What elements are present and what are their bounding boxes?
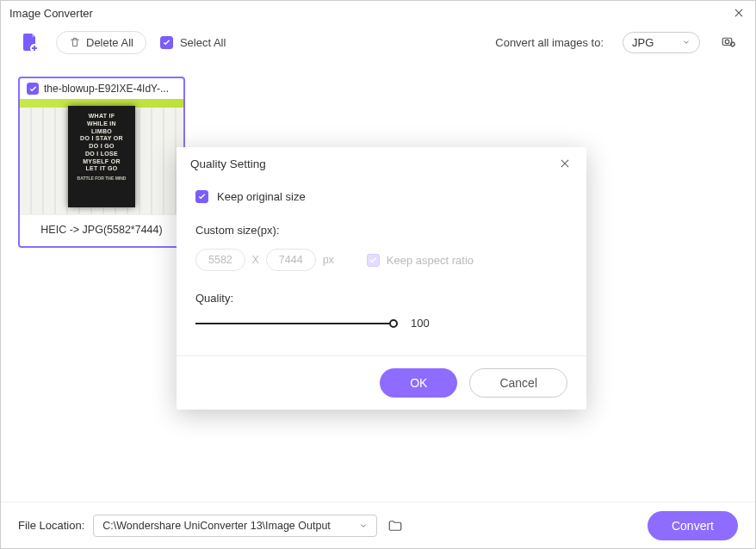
checkbox-icon xyxy=(160,36,173,49)
window-title: Image Converter xyxy=(9,7,731,20)
ok-button[interactable]: OK xyxy=(380,368,457,398)
camera-gear-icon xyxy=(721,34,736,49)
convert-all-label: Convert all images to: xyxy=(495,36,604,49)
quality-value: 100 xyxy=(411,317,430,330)
close-icon xyxy=(733,7,745,19)
delete-all-button[interactable]: Delete All xyxy=(56,31,146,54)
window-titlebar: Image Converter xyxy=(1,1,755,25)
keep-original-label: Keep original size xyxy=(217,190,306,203)
poster-line: BATTLE FOR THE MIND xyxy=(71,176,132,181)
poster-line: DO I STAY OR xyxy=(71,135,132,143)
quality-setting-dialog: Quality Setting Keep original size Custo… xyxy=(177,147,586,410)
check-icon xyxy=(28,84,38,94)
custom-size-label: Custom size(px): xyxy=(195,224,567,237)
thumbnail-caption: HEIC -> JPG(5582*7444) xyxy=(20,214,183,246)
dialog-title: Quality Setting xyxy=(190,157,557,170)
folder-icon xyxy=(387,518,403,534)
add-file-icon xyxy=(20,32,40,52)
dialog-footer: OK Cancel xyxy=(177,355,586,410)
unit-label: px xyxy=(323,254,334,266)
slider-thumb[interactable] xyxy=(389,319,398,328)
keep-original-checkbox[interactable] xyxy=(195,190,208,203)
thumbnail-filename: the-blowup-E92IXE-4IdY-... xyxy=(44,83,169,95)
output-format-dropdown[interactable]: JPG xyxy=(623,32,700,53)
trash-icon xyxy=(69,36,81,48)
chevron-down-icon xyxy=(359,521,368,530)
output-format-value: JPG xyxy=(632,36,654,49)
delete-all-label: Delete All xyxy=(86,36,133,49)
dialog-close-button[interactable] xyxy=(557,156,573,171)
chevron-down-icon xyxy=(682,38,691,46)
check-icon xyxy=(197,192,207,201)
convert-button[interactable]: Convert xyxy=(648,511,738,540)
height-input[interactable]: 7444 xyxy=(266,249,316,271)
slider-track xyxy=(195,323,393,324)
dialog-header: Quality Setting xyxy=(177,147,586,180)
window-close-button[interactable] xyxy=(731,5,747,21)
quality-label: Quality: xyxy=(195,292,567,305)
poster-line: WHILE IN xyxy=(71,120,132,128)
thumbnail-preview: WHAT IF WHILE IN LIMBO DO I STAY OR DO I… xyxy=(20,99,183,214)
poster-line: DO I LOSE xyxy=(71,151,132,158)
keep-aspect-label: Keep aspect ratio xyxy=(387,254,474,267)
poster-line: LET IT GO xyxy=(71,165,132,173)
thumbnail-poster: WHAT IF WHILE IN LIMBO DO I STAY OR DO I… xyxy=(68,106,135,207)
keep-aspect-ratio-checkbox: Keep aspect ratio xyxy=(367,254,474,267)
thumbnail-checkbox[interactable] xyxy=(27,83,39,95)
select-all-checkbox[interactable]: Select All xyxy=(160,36,226,49)
poster-line: MYSELF OR xyxy=(71,158,132,166)
open-folder-button[interactable] xyxy=(386,516,405,535)
dimension-separator: X xyxy=(252,254,259,266)
cancel-button[interactable]: Cancel xyxy=(469,368,567,398)
image-thumbnail-card[interactable]: the-blowup-E92IXE-4IdY-... WHAT IF WHILE… xyxy=(18,77,185,248)
poster-line: LIMBO xyxy=(71,128,132,136)
width-input[interactable]: 5582 xyxy=(195,249,245,271)
file-location-path: C:\Wondershare UniConverter 13\Image Out… xyxy=(102,520,330,532)
poster-line: WHAT IF xyxy=(71,113,132,120)
output-settings-button[interactable] xyxy=(721,34,738,51)
footer: File Location: C:\Wondershare UniConvert… xyxy=(1,502,755,548)
check-icon xyxy=(162,38,171,47)
select-all-label: Select All xyxy=(180,36,226,49)
add-file-button[interactable] xyxy=(18,30,42,54)
check-icon xyxy=(369,256,378,265)
thumbnail-header: the-blowup-E92IXE-4IdY-... xyxy=(20,78,183,99)
close-icon xyxy=(559,157,571,170)
quality-slider[interactable] xyxy=(195,319,393,328)
poster-line: DO I GO xyxy=(71,143,132,151)
checkbox-icon xyxy=(367,254,380,267)
svg-point-2 xyxy=(725,40,729,44)
file-location-label: File Location: xyxy=(18,519,84,532)
toolbar: Delete All Select All Convert all images… xyxy=(1,25,755,59)
file-location-dropdown[interactable]: C:\Wondershare UniConverter 13\Image Out… xyxy=(93,515,377,537)
